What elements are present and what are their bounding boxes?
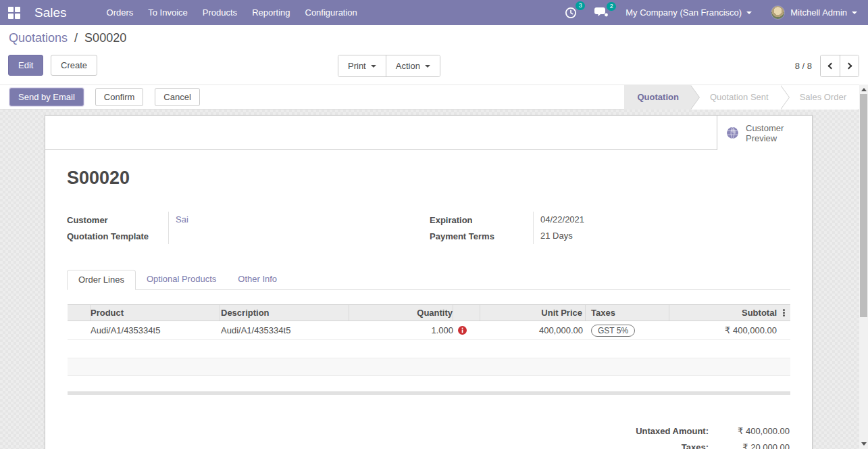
field-expiration: Expiration 04/22/2021 — [430, 212, 790, 228]
col-header-subtotal[interactable]: Subtotal — [669, 305, 777, 321]
stage-quotation-sent[interactable]: Quotation Sent — [691, 85, 781, 110]
company-switcher[interactable]: My Company (San Francisco) — [626, 7, 752, 18]
cell-unit-price[interactable]: 400,000.00 — [480, 325, 586, 335]
customer-preview-button[interactable]: Customer Preview — [717, 116, 812, 150]
control-panel-buttons: Edit Create Print Action 8 / 8 — [0, 55, 868, 76]
chat-bubble-glyph — [594, 7, 608, 18]
company-name: My Company (San Francisco) — [626, 7, 742, 18]
cell-description[interactable]: Audi/A1/435334t5 — [220, 325, 349, 335]
control-panel: Quotations / S00020 Edit Create Print Ac… — [0, 25, 868, 85]
col-header-unit-price[interactable]: Unit Price — [480, 305, 586, 321]
tax-tag[interactable]: GST 5% — [591, 325, 635, 337]
order-line-row[interactable]: Audi/A1/435334t5 Audi/A1/435334t5 1.000 … — [68, 321, 790, 340]
print-dropdown-button[interactable]: Print — [338, 55, 386, 76]
pager-previous-button[interactable] — [821, 55, 840, 76]
tab-order-lines[interactable]: Order Lines — [67, 270, 136, 290]
empty-list-row[interactable] — [68, 340, 790, 358]
field-quotation-template: Quotation Template — [67, 228, 430, 244]
odoo-sales-screen: Sales Orders To Invoice Products Reporti… — [0, 0, 868, 449]
user-name: Mitchell Admin — [790, 7, 847, 18]
optional-columns-icon[interactable] — [777, 305, 790, 321]
stage-quotation[interactable]: Quotation — [624, 85, 691, 110]
activity-clock-icon[interactable]: 3 — [565, 7, 577, 19]
menu-products[interactable]: Products — [195, 0, 245, 25]
empty-list-row[interactable] — [68, 376, 790, 392]
status-pipeline: Quotation Quotation Sent Sales Order — [624, 85, 859, 110]
form-view-background: Customer Preview S00020 Customer Sai Quo… — [0, 110, 868, 449]
sheet-header: Customer Preview — [45, 116, 812, 150]
row-drag-handle[interactable] — [68, 321, 91, 339]
quotation-title: S00020 — [67, 168, 812, 189]
customer-preview-label: Customer Preview — [746, 123, 784, 143]
field-customer: Customer Sai — [67, 212, 430, 228]
messages-icon[interactable]: 2 — [594, 7, 608, 18]
pager: 8 / 8 — [795, 55, 859, 77]
cancel-button[interactable]: Cancel — [155, 88, 199, 106]
taxes-label: Taxes: — [614, 442, 709, 449]
chevron-down-icon — [425, 65, 430, 70]
expiration-label: Expiration — [430, 215, 533, 225]
col-header-quantity[interactable]: Quantity — [349, 305, 453, 321]
menu-reporting[interactable]: Reporting — [245, 0, 297, 25]
notebook-tabs: Order Lines Optional Products Other Info — [45, 270, 812, 290]
chevron-down-icon — [746, 11, 752, 17]
confirm-button[interactable]: Confirm — [95, 88, 144, 106]
edit-button[interactable]: Edit — [8, 55, 43, 76]
taxes-row: Taxes: ₹ 20,000.00 — [614, 439, 790, 449]
field-group: Customer Sai Quotation Template Expirati… — [45, 212, 812, 244]
topbar-systray: 3 2 My Company (San Francisco) Mitchell … — [565, 5, 857, 20]
chevron-right-icon — [845, 63, 852, 70]
list-resize-handle[interactable] — [68, 392, 790, 395]
menu-orders[interactable]: Orders — [99, 0, 141, 25]
globe-icon — [726, 126, 739, 139]
menu-to-invoice[interactable]: To Invoice — [141, 0, 195, 25]
cell-subtotal: ₹ 400,000.00 — [669, 325, 777, 335]
user-menu[interactable]: Mitchell Admin — [771, 5, 857, 20]
app-brand-sales[interactable]: Sales — [34, 5, 67, 20]
chevron-down-icon — [852, 11, 857, 17]
vertical-scrollbar[interactable] — [859, 85, 868, 449]
pager-count: 8 / 8 — [795, 61, 812, 71]
tab-other-info[interactable]: Other Info — [227, 270, 288, 290]
scrollbar-thumb[interactable] — [860, 94, 867, 317]
quotation-sheet: Customer Preview S00020 Customer Sai Quo… — [45, 115, 813, 449]
cell-product[interactable]: Audi/A1/435334t5 — [91, 325, 220, 335]
action-dropdown-button[interactable]: Action — [386, 55, 440, 76]
activity-badge: 3 — [576, 1, 585, 10]
forecast-info-icon[interactable] — [453, 326, 480, 335]
col-header-description[interactable]: Description — [220, 305, 349, 321]
main-menu: Orders To Invoice Products Reporting Con… — [99, 0, 365, 25]
expiration-value[interactable]: 04/22/2021 — [533, 212, 790, 228]
scroll-down-arrow[interactable] — [859, 439, 868, 448]
customer-value-link[interactable]: Sai — [168, 212, 430, 228]
order-lines-table: Product Description Quantity Unit Price … — [68, 304, 790, 395]
taxes-value: ₹ 20,000.00 — [709, 442, 790, 449]
menu-configuration[interactable]: Configuration — [298, 0, 365, 25]
col-header-taxes[interactable]: Taxes — [586, 305, 669, 321]
cell-quantity[interactable]: 1.000 — [349, 325, 453, 335]
statusbar: Send by Email Confirm Cancel Quotation Q… — [0, 85, 868, 110]
print-action-group: Print Action — [338, 55, 440, 77]
breadcrumb-quotations[interactable]: Quotations — [9, 31, 68, 45]
payment-terms-label: Payment Terms — [430, 231, 533, 241]
chevron-down-icon — [371, 65, 376, 70]
customer-label: Customer — [67, 215, 168, 225]
col-header-spacer — [453, 305, 480, 321]
quotation-template-value[interactable] — [168, 228, 430, 244]
breadcrumb-separator: / — [71, 31, 81, 45]
payment-terms-value[interactable]: 21 Days — [533, 228, 790, 244]
breadcrumb-current: S00020 — [84, 31, 126, 45]
apps-grid-icon[interactable] — [8, 7, 20, 19]
handle-column-header — [68, 305, 91, 321]
create-button[interactable]: Create — [51, 55, 97, 76]
stage-sales-order[interactable]: Sales Order — [781, 85, 859, 110]
table-header-row: Product Description Quantity Unit Price … — [68, 304, 790, 321]
empty-list-row[interactable] — [68, 358, 790, 376]
send-by-email-button[interactable]: Send by Email — [9, 88, 84, 106]
scroll-up-arrow[interactable] — [859, 85, 868, 94]
chevron-left-icon — [828, 63, 835, 70]
pager-next-button[interactable] — [840, 55, 859, 76]
col-header-product[interactable]: Product — [91, 305, 220, 321]
tab-optional-products[interactable]: Optional Products — [136, 270, 227, 290]
quotation-template-label: Quotation Template — [67, 231, 168, 241]
